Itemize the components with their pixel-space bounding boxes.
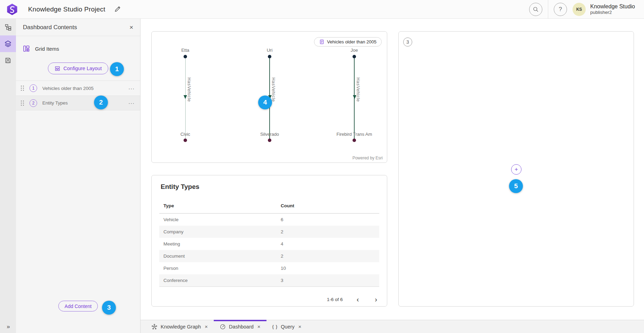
sidebar-item-contents[interactable]: [0, 35, 16, 52]
node-label: Civic: [158, 132, 213, 137]
item-number-badge: 2: [29, 99, 37, 107]
edge-label: HasVehicle: [356, 77, 361, 102]
dashboard-canvas: Etta HasVehicle Civic Uri HasVehicle: [141, 19, 644, 333]
item-number-badge: 1: [29, 84, 37, 92]
node-label: Silverado: [242, 132, 297, 137]
left-icon-rail: »: [0, 19, 16, 333]
user-name: Knowledge Studio: [590, 3, 635, 10]
entity-types-card: Entity Types Type Count Vehicle 6 Compan…: [151, 175, 387, 307]
search-icon: [533, 6, 539, 13]
list-item-entity-types[interactable]: 2 Entity Types ···: [16, 95, 140, 110]
save-icon: [5, 57, 11, 64]
cell-count: 3: [281, 278, 379, 283]
avatar[interactable]: KS: [573, 3, 586, 16]
graph-edge: HasVehicle: [185, 58, 186, 139]
table-row: Vehicle 6: [159, 214, 379, 226]
item-options-icon[interactable]: ···: [128, 85, 135, 91]
item-options-icon[interactable]: ···: [128, 100, 135, 106]
sidebar-item-data-model[interactable]: [0, 19, 16, 35]
grid-item-list: 1 Vehicles older than 2005 ··· 2 Entity …: [16, 81, 140, 110]
table-row: Company 2: [159, 226, 379, 238]
item-label: Entity Types: [42, 100, 128, 106]
grid-items-section: Grid Items: [16, 42, 140, 56]
user-role: publisher2: [590, 10, 635, 15]
close-tab-icon[interactable]: ×: [298, 324, 302, 330]
graph-node[interactable]: [353, 139, 356, 142]
add-content-wrap: Add Content: [16, 301, 140, 311]
graph-node[interactable]: [184, 139, 187, 142]
layout-grid-icon: [54, 66, 60, 72]
pencil-icon: [114, 6, 121, 13]
graph-column: Joe HasVehicle Firebird Trans Am: [327, 32, 382, 163]
node-label: Joe: [327, 48, 382, 53]
close-tab-icon[interactable]: ×: [257, 324, 261, 330]
table-header-row: Type Count: [159, 198, 379, 214]
node-label: Etta: [158, 48, 213, 53]
cell-type: Person: [159, 266, 281, 271]
add-content-plus-button[interactable]: +: [511, 164, 522, 175]
card-title: Entity Types: [161, 183, 200, 191]
step-badge-1: 1: [110, 62, 124, 76]
add-content-button[interactable]: Add Content: [58, 301, 98, 311]
item-label: Vehicles older than 2005: [42, 86, 128, 91]
node-label: Firebird Trans Am: [327, 132, 382, 137]
entity-types-table: Type Count Vehicle 6 Company 2 Meeting 4…: [159, 198, 379, 287]
collapse-rail-button[interactable]: »: [0, 323, 16, 330]
avatar-initials: KS: [576, 7, 582, 12]
drag-handle-icon[interactable]: [20, 85, 24, 91]
configure-layout-button[interactable]: Configure Layout: [48, 63, 108, 74]
graph-node[interactable]: [268, 55, 271, 58]
report-icon: [319, 39, 324, 44]
step-badge-3: 3: [102, 301, 116, 315]
filter-chip[interactable]: Vehicles older than 2005: [314, 37, 382, 47]
cell-count: 6: [281, 217, 379, 222]
help-button[interactable]: ?: [554, 3, 567, 16]
grid-items-icon: [23, 45, 30, 52]
table-row: Document 2: [159, 250, 379, 262]
close-tab-icon[interactable]: ×: [205, 324, 208, 330]
cell-type: Meeting: [159, 241, 281, 247]
help-icon: ?: [559, 6, 562, 13]
page-title: Knowledge Studio Project: [28, 6, 105, 13]
tab-label: Query: [281, 324, 295, 330]
sidebar-item-save[interactable]: [0, 52, 16, 69]
grid-cell-number-badge: 3: [403, 38, 412, 47]
graph-edge: HasVehicle: [354, 58, 355, 139]
tab-query[interactable]: { } Query ×: [266, 320, 307, 333]
step-badge-4: 4: [258, 95, 272, 109]
tab-knowledge-graph[interactable]: Knowledge Graph ×: [145, 320, 214, 333]
table-row: Meeting 4: [159, 238, 379, 250]
cell-type: Document: [159, 253, 281, 259]
edit-title-button[interactable]: [114, 6, 121, 13]
graph-node[interactable]: [268, 139, 271, 142]
configure-layout-label: Configure Layout: [63, 66, 102, 71]
cell-type: Vehicle: [159, 217, 281, 222]
braces-icon: { }: [272, 324, 278, 329]
tab-dashboard[interactable]: Dashboard ×: [214, 320, 266, 333]
tab-label: Dashboard: [229, 324, 254, 330]
graph-node[interactable]: [184, 55, 187, 58]
graph-node[interactable]: [353, 55, 356, 58]
empty-grid-cell-card: 3 +: [398, 31, 634, 307]
edge-label: HasVehicle: [271, 77, 276, 102]
user-info: Knowledge Studio publisher2: [590, 3, 635, 15]
layers-icon: [4, 40, 12, 48]
esri-attribution: Powered by Esri: [353, 156, 383, 160]
knowledge-studio-logo: [6, 3, 18, 16]
drag-handle-icon[interactable]: [20, 100, 24, 106]
list-item-vehicles[interactable]: 1 Vehicles older than 2005 ···: [16, 81, 140, 95]
column-header-type: Type: [159, 203, 281, 208]
panel-title: Dashboard Contents: [23, 24, 129, 31]
app-root: Knowledge Studio Project ? KS Knowledge …: [0, 0, 644, 333]
grid-items-label: Grid Items: [35, 46, 59, 52]
bottom-tab-bar: Knowledge Graph × Dashboard × { } Query …: [141, 320, 644, 333]
cell-count: 2: [281, 253, 379, 259]
close-panel-button[interactable]: ×: [129, 24, 133, 31]
tab-label: Knowledge Graph: [161, 324, 201, 330]
next-page-icon[interactable]: ›: [373, 296, 379, 303]
cell-type: Conference: [159, 278, 281, 283]
previous-page-icon[interactable]: ‹: [355, 296, 361, 303]
sitemap-icon: [5, 24, 12, 31]
table-row: Conference 3: [159, 274, 379, 286]
search-button[interactable]: [529, 3, 542, 16]
